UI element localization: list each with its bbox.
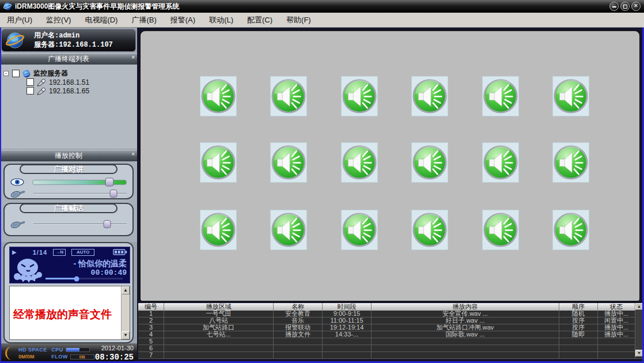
speaker-terminal-button[interactable] — [270, 76, 307, 116]
intercom-mic-slider[interactable] — [33, 193, 127, 194]
table-row[interactable]: 5 — [138, 338, 643, 345]
frequent-files-note: 经常播放的声音文件 — [13, 307, 130, 322]
table-cell: 5 — [138, 338, 164, 345]
menu-item-7[interactable]: 帮助(F) — [279, 15, 318, 25]
shout-volume-slider[interactable] — [33, 224, 127, 225]
progress-handle[interactable] — [74, 276, 79, 281]
speaker-terminal-button[interactable] — [411, 76, 448, 116]
panel-close-icon[interactable]: × — [131, 150, 135, 158]
slider-thumb[interactable] — [110, 190, 118, 198]
progress-bar[interactable] — [46, 278, 123, 279]
scroll-down-button[interactable]: ▼ — [122, 331, 130, 339]
speaker-terminal-button[interactable] — [411, 142, 448, 183]
slider-thumb[interactable] — [105, 178, 113, 187]
panel-close-icon[interactable]: × — [131, 54, 135, 62]
shout-button[interactable]: 广播喊话 — [20, 203, 118, 213]
speaker-terminal-button[interactable] — [341, 142, 378, 183]
speaker-terminal-button[interactable] — [552, 76, 589, 116]
restore-button[interactable] — [620, 2, 630, 11]
table-row[interactable]: 6 — [138, 345, 643, 352]
speaker-terminal-button[interactable] — [482, 76, 519, 116]
table-cell — [372, 338, 559, 345]
speaker-icon — [412, 78, 448, 114]
speaker-terminal-button[interactable] — [482, 142, 519, 183]
column-header-6[interactable]: 状态 — [598, 303, 635, 311]
speaker-terminal-button[interactable] — [552, 210, 589, 250]
table-cell — [164, 345, 274, 351]
terminal-horn-icon — [37, 78, 46, 86]
menu-item-4[interactable]: 报警(A) — [164, 15, 202, 25]
column-header-1[interactable]: 播放区域 — [164, 303, 274, 311]
sidebar: 用户名:admin 服务器:192.168.1.107 广播终端列表 × - 监… — [0, 28, 137, 363]
table-row[interactable]: 4七号站...播放文件14:33-...国际歌.wav ...随即播放中... — [138, 331, 643, 338]
table-cell — [559, 338, 598, 345]
checkbox[interactable] — [26, 87, 34, 94]
close-button[interactable]: ✕ — [631, 2, 641, 11]
minimize-button[interactable] — [609, 2, 619, 11]
speaker-terminal-button[interactable] — [411, 210, 448, 250]
speaker-terminal-button[interactable] — [482, 210, 519, 250]
column-header-2[interactable]: 名称 — [274, 303, 323, 311]
column-header-3[interactable]: 时间段 — [323, 303, 372, 311]
speaker-terminal-button[interactable] — [270, 142, 307, 183]
playback-schedule-table: 编号播放区域名称时间段播放内容顺序状态 1一号气田安全教育9:00-9:15安全… — [138, 303, 643, 358]
speaker-terminal-button[interactable] — [552, 142, 589, 183]
terminal-tree: - 监控服务器 192.168.1.51 192.168.1.65 — [0, 65, 137, 149]
tree-item-server[interactable]: - 监控服务器 — [3, 69, 137, 78]
menu-item-0[interactable]: 用户(U) — [0, 15, 39, 25]
user-info-panel: 用户名:admin 服务器:192.168.1.107 — [1, 29, 136, 52]
sound-file-list[interactable]: 经常播放的声音文件 ▲ ▼ — [9, 286, 130, 340]
table-cell — [372, 345, 559, 351]
playback-control-header: 播放控制 × — [0, 150, 137, 161]
repeat-mode-badge: →N — [53, 249, 66, 256]
table-cell — [372, 352, 559, 358]
username-text: 用户名:admin — [34, 31, 113, 40]
column-header-5[interactable]: 顺序 — [559, 303, 598, 311]
checkbox[interactable] — [26, 78, 34, 86]
cpu-label: CPU — [51, 347, 63, 353]
scroll-up-button[interactable]: ▲ — [122, 286, 130, 294]
table-cell: 按序 — [559, 324, 598, 331]
speaker-terminal-button[interactable] — [341, 76, 378, 116]
table-row[interactable]: 3加气站路口报警联动19:12-19:14加气站路口冲闸.wav按序播放中... — [138, 324, 643, 331]
menu-item-3[interactable]: 广播(B) — [124, 15, 163, 25]
intercom-volume-slider[interactable] — [32, 180, 127, 185]
slider-thumb[interactable] — [103, 220, 111, 228]
intercom-button[interactable]: 广播对讲 — [20, 164, 118, 174]
speaker-terminal-button[interactable] — [200, 142, 237, 183]
play-icon: ▶ — [12, 249, 17, 255]
column-header-0[interactable]: 编号 — [138, 303, 164, 311]
table-cell: 4 — [138, 331, 164, 338]
column-header-4[interactable]: 播放内容 — [372, 303, 559, 311]
list-scrollbar[interactable]: ▲ ▼ — [121, 286, 130, 339]
speaker-terminal-button[interactable] — [341, 210, 378, 250]
table-row[interactable]: 7 — [138, 352, 643, 359]
table-row[interactable]: 1一号气田安全教育9:00-9:15安全宣传.wav ...随机播放中... — [138, 311, 643, 317]
song-title: - 恰似你的温柔 — [73, 259, 127, 269]
expand-icon[interactable]: - — [3, 71, 9, 76]
tree-item-terminal[interactable]: 192.168.1.65 — [26, 86, 137, 95]
speaker-icon — [200, 212, 236, 248]
table-cell: 19:12-19:14 — [323, 324, 372, 331]
menu-item-1[interactable]: 监控(V) — [39, 15, 78, 25]
scroll-track[interactable] — [122, 294, 130, 331]
shout-group: 广播喊话 — [3, 203, 134, 236]
speaker-terminal-button[interactable] — [270, 210, 307, 250]
speaker-icon — [553, 145, 589, 180]
checkbox[interactable] — [12, 70, 20, 77]
speaker-terminal-button[interactable] — [200, 76, 237, 116]
table-cell — [323, 352, 372, 358]
speaker-terminal-button[interactable] — [200, 210, 237, 250]
tree-item-terminal[interactable]: 192.168.1.51 — [26, 78, 137, 86]
terminal-horn-icon — [37, 87, 46, 95]
speaker-icon — [271, 145, 306, 180]
title-bar: iDRM3000图像火灾与灾害事件早期侦测报警管理系统 ✕ — [0, 0, 644, 13]
table-row[interactable]: 2八号站音乐11:00-11:15好日子.wav ...按序闲置中... — [138, 317, 643, 324]
menu-item-6[interactable]: 配置(C) — [240, 15, 279, 25]
octopus-mascot-icon — [12, 258, 43, 283]
table-cell: 9:00-9:15 — [323, 311, 372, 317]
table-cell: 七号站... — [164, 331, 274, 338]
menu-item-5[interactable]: 联动(L) — [202, 15, 240, 25]
menu-item-2[interactable]: 电视端(D) — [78, 15, 124, 25]
app-window: iDRM3000图像火灾与灾害事件早期侦测报警管理系统 ✕ 用户(U)监控(V)… — [0, 0, 644, 363]
